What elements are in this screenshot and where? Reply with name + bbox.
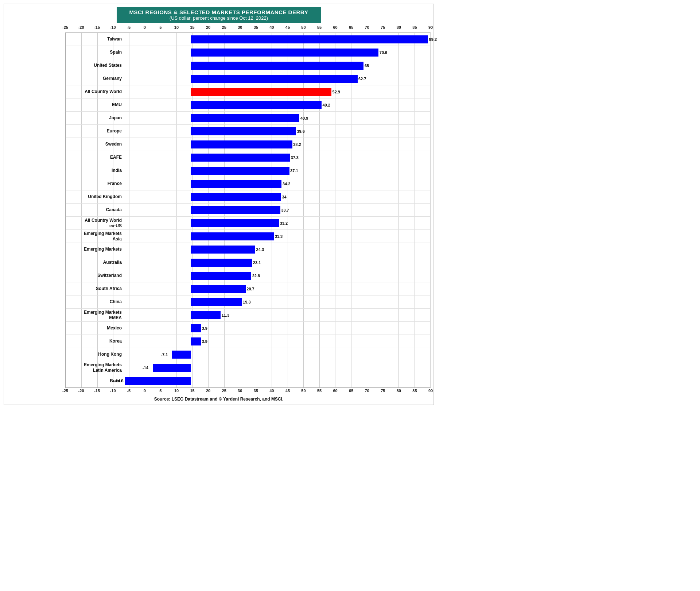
grid-line — [430, 33, 431, 387]
axis-tick-label: -15 — [94, 25, 100, 30]
bar-label: Taiwan — [66, 36, 124, 42]
axis-tick-label: 80 — [397, 389, 401, 393]
axis-tick-label: 0 — [144, 25, 146, 30]
bar — [191, 324, 201, 332]
bar-chart-area: 37.1 — [124, 164, 430, 177]
bar-value: 34 — [282, 195, 286, 199]
axis-tick-label: -5 — [127, 389, 131, 393]
bar-row: South Africa20.7 — [66, 282, 430, 296]
axis-tick-label: 80 — [397, 25, 401, 30]
axis-tick-label: -20 — [78, 25, 84, 30]
bar-label: France — [66, 181, 124, 186]
axis-tick-label: 35 — [254, 25, 258, 30]
bar-value: 52.9 — [332, 90, 340, 94]
bar-chart-area: 11.3 — [124, 309, 430, 321]
source-text: Source: LSEG Datastream and © Yardeni Re… — [7, 397, 431, 402]
bar-value: -14 — [143, 366, 148, 370]
bar-chart-area: 3.9 — [124, 335, 430, 348]
bar-value: 37.1 — [290, 169, 298, 173]
bar — [191, 337, 201, 345]
bar-row: All Country World52.9 — [66, 85, 430, 98]
bar-row: Brazil-24.6 — [66, 374, 430, 387]
bar — [191, 114, 300, 122]
bar-label: Emerging MarketsEMEA — [66, 310, 124, 320]
bar-value: 20.7 — [246, 287, 254, 291]
bar-label: Australia — [66, 260, 124, 265]
bar-label: Japan — [66, 115, 124, 120]
bar-row: Switzerland22.8 — [66, 269, 430, 282]
bar-value: -7.1 — [161, 352, 168, 357]
bar-value: 3.9 — [202, 339, 207, 344]
axis-tick-label: 35 — [254, 389, 258, 393]
axis-tick-label: 45 — [285, 25, 290, 30]
axis-tick-label: 70 — [365, 389, 369, 393]
axis-bottom: -25-20-15-10-505101520253035404550556065… — [65, 389, 431, 395]
axis-tick-label: -10 — [110, 25, 116, 30]
axis-tick-label: 5 — [159, 389, 162, 393]
bar-label: China — [66, 299, 124, 304]
axis-tick-label: 90 — [428, 25, 433, 30]
axis-tick-label: 50 — [301, 25, 306, 30]
bar-row: Emerging MarketsEMEA11.3 — [66, 309, 430, 322]
axis-tick-label: 5 — [159, 25, 162, 30]
bar-row: France34.2 — [66, 177, 430, 190]
bar — [191, 246, 255, 254]
bar-chart-area: 3.9 — [124, 322, 430, 335]
bar-row: United Kingdom34 — [66, 190, 430, 204]
bar-value: 40.9 — [300, 116, 308, 120]
bar-row: Emerging MarketsLatin America-14 — [66, 361, 430, 374]
axis-tick-label: 25 — [222, 25, 226, 30]
bar-value: 31.3 — [275, 234, 283, 239]
bar-chart-area: 40.9 — [124, 112, 430, 124]
bar — [191, 219, 279, 227]
bar-value: 33.2 — [280, 221, 288, 225]
bar-value: 70.6 — [380, 50, 387, 55]
bar-chart-area: 19.3 — [124, 296, 430, 308]
bar-row: EMU49.2 — [66, 98, 430, 112]
bar-value: -24.6 — [114, 379, 124, 383]
bar-label: EMU — [66, 102, 124, 107]
bar — [191, 75, 358, 83]
bar — [191, 232, 274, 240]
chart-title-sub: (US dollar, percent change since Oct 12,… — [120, 15, 317, 21]
bar-label: South Africa — [66, 286, 124, 291]
axis-tick-label: 20 — [206, 25, 210, 30]
axis-tick-label: -20 — [78, 389, 84, 393]
axis-tick-label: 65 — [349, 389, 353, 393]
bar-row: Australia23.1 — [66, 256, 430, 269]
bar-row: Europe39.6 — [66, 125, 430, 138]
bar-label: Hong Kong — [66, 352, 124, 357]
bar-label: All Country World — [66, 89, 124, 94]
bar-label: Canada — [66, 207, 124, 212]
bar-value: 19.3 — [243, 300, 250, 304]
axis-tick-label: 30 — [238, 389, 242, 393]
axis-tick-label: 60 — [333, 25, 337, 30]
axis-tick-label: 30 — [238, 25, 242, 30]
bar — [191, 298, 242, 306]
bar-row: Germany62.7 — [66, 72, 430, 85]
chart-title-box: MSCI REGIONS & SELECTED MARKETS PERFORMA… — [117, 7, 321, 23]
bar-row: Korea3.9 — [66, 335, 430, 348]
bar-label: All Country Worldex-US — [66, 218, 124, 228]
chart-area: -25-20-15-10-505101520253035404550556065… — [7, 25, 431, 395]
bar-value: 89.2 — [429, 37, 437, 42]
axis-top: -25-20-15-10-505101520253035404550556065… — [65, 25, 431, 32]
bar-label: India — [66, 168, 124, 173]
bar — [191, 167, 289, 175]
bar-label: United Kingdom — [66, 194, 124, 199]
bar-label: Korea — [66, 339, 124, 344]
bar — [191, 127, 296, 135]
bar-row: Japan40.9 — [66, 112, 430, 125]
bar-label: Emerging MarketsAsia — [66, 231, 124, 242]
axis-tick-label: 70 — [365, 25, 369, 30]
axis-tick-label: -25 — [62, 389, 68, 393]
axis-tick-label: 75 — [381, 25, 385, 30]
bar-chart-area: 70.6 — [124, 46, 430, 59]
axis-tick-label: 55 — [317, 389, 322, 393]
bar-label: Switzerland — [66, 273, 124, 278]
axis-tick-label: -25 — [62, 25, 68, 30]
bar-chart-area: 65 — [124, 59, 430, 72]
chart-wrapper: MSCI REGIONS & SELECTED MARKETS PERFORMA… — [4, 4, 434, 405]
bar-value: 39.6 — [297, 129, 304, 134]
bar-chart-area: 49.2 — [124, 98, 430, 111]
